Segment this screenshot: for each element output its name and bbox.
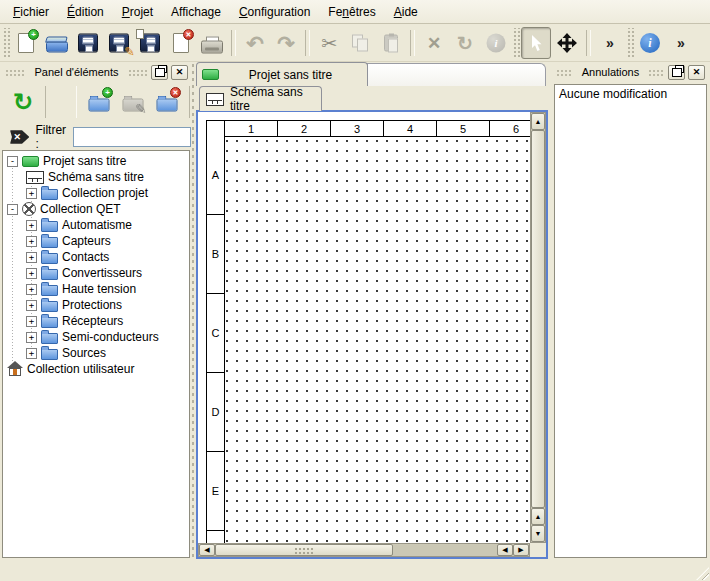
tree-item[interactable]: Récepteurs bbox=[3, 313, 189, 329]
menu-item[interactable]: Projet bbox=[113, 0, 162, 23]
scroll-left-button-right[interactable]: ◀ bbox=[497, 544, 513, 556]
expander-icon[interactable] bbox=[26, 220, 37, 231]
tree-item-label: Convertisseurs bbox=[62, 266, 142, 280]
menu-item-label-pre: Fe bbox=[328, 5, 342, 19]
menu-item[interactable]: Fenêtres bbox=[319, 0, 384, 23]
expander-icon[interactable] bbox=[26, 284, 37, 295]
dock-splitter[interactable] bbox=[191, 62, 195, 558]
expander-icon[interactable] bbox=[7, 204, 18, 215]
undo-list-item[interactable]: Aucune modification bbox=[555, 85, 706, 105]
toolbar-button[interactable] bbox=[231, 30, 236, 56]
tree-item[interactable]: Haute tension bbox=[3, 281, 189, 297]
vertical-scroll-thumb[interactable] bbox=[531, 130, 545, 508]
tree-item[interactable]: Projet sans titre bbox=[3, 153, 189, 169]
expander-icon[interactable] bbox=[26, 268, 37, 279]
scroll-left-button[interactable]: ◀ bbox=[199, 544, 215, 556]
toolbar-button[interactable] bbox=[626, 28, 634, 58]
toolbar-button[interactable] bbox=[410, 30, 415, 56]
float-dock-button[interactable] bbox=[151, 65, 168, 80]
toolbar-button[interactable] bbox=[166, 27, 196, 59]
tree-item[interactable]: Contacts bbox=[3, 249, 189, 265]
expander-icon[interactable] bbox=[26, 300, 37, 311]
panel-toolbar-button[interactable] bbox=[152, 86, 182, 118]
menu-item[interactable]: Édition bbox=[58, 0, 113, 23]
panel-toolbar-button[interactable] bbox=[84, 86, 114, 118]
expander-icon[interactable] bbox=[26, 316, 37, 327]
toolbar-button[interactable] bbox=[376, 27, 406, 59]
toolbar-button[interactable] bbox=[2, 28, 10, 58]
float-dock-button[interactable] bbox=[668, 65, 685, 80]
toolbar-button[interactable]: ↻ bbox=[450, 27, 480, 59]
tree-item[interactable]: Schéma sans titre bbox=[3, 169, 189, 185]
tree-item[interactable]: Semi-conducteurs bbox=[3, 329, 189, 345]
scroll-up-button-bottom[interactable]: ▲ bbox=[531, 508, 545, 525]
toolbar-button[interactable] bbox=[197, 27, 227, 59]
tree-item[interactable]: Collection QET bbox=[3, 201, 189, 217]
horizontal-scroll-thumb[interactable] bbox=[215, 544, 393, 556]
horizontal-scroll-track[interactable] bbox=[393, 544, 497, 556]
expander-icon[interactable] bbox=[26, 188, 37, 199]
toolbar-button[interactable] bbox=[305, 30, 310, 56]
toolbar-button[interactable] bbox=[135, 27, 165, 59]
expander-icon[interactable] bbox=[26, 332, 37, 343]
toolbar-button[interactable]: ↶ bbox=[240, 27, 270, 59]
tree-item[interactable]: Automatisme bbox=[3, 217, 189, 233]
panel-button-glyph: ↻ bbox=[13, 90, 33, 114]
toolbar-button[interactable]: ↷ bbox=[271, 27, 301, 59]
expander-icon[interactable] bbox=[26, 252, 37, 263]
toolbar-button[interactable] bbox=[521, 27, 551, 59]
elements-panel-titlebar[interactable]: Panel d'éléments ✕ bbox=[2, 62, 191, 82]
toolbar-button[interactable] bbox=[512, 28, 520, 58]
toolbar-button[interactable] bbox=[11, 27, 41, 59]
toolbar-button[interactable]: » bbox=[595, 27, 625, 59]
menu-item[interactable]: Aide bbox=[385, 0, 427, 23]
tree-item[interactable]: Collection projet bbox=[3, 185, 189, 201]
tree-item-label: Capteurs bbox=[62, 234, 111, 248]
menu-item-mnemonic: C bbox=[239, 5, 248, 19]
tab-project[interactable]: Projet sans titre bbox=[196, 62, 368, 86]
toolbar-button[interactable] bbox=[73, 27, 103, 59]
menu-item[interactable]: Configuration bbox=[230, 0, 319, 23]
panel-toolbar-button[interactable]: ✎ bbox=[118, 86, 148, 118]
horizontal-scrollbar: ◀ ◀ ▶ bbox=[198, 543, 530, 557]
tree-item[interactable]: Collection utilisateur bbox=[3, 361, 189, 377]
tree-item[interactable]: Sources bbox=[3, 345, 189, 361]
vertical-scrollbar: ▲ ▲ ▼ bbox=[530, 112, 546, 543]
toolbar-button[interactable] bbox=[42, 27, 72, 59]
float-icon bbox=[672, 68, 682, 77]
undo-panel-titlebar[interactable]: Annulations ✕ bbox=[553, 62, 708, 82]
menu-item-mnemonic: A bbox=[394, 5, 402, 19]
close-dock-button[interactable]: ✕ bbox=[688, 65, 705, 80]
tree-item[interactable]: Capteurs bbox=[3, 233, 189, 249]
expander-icon[interactable] bbox=[26, 348, 37, 359]
toolbar-button[interactable] bbox=[586, 30, 591, 56]
tree-item[interactable]: Protections bbox=[3, 297, 189, 313]
scroll-up-button[interactable]: ▲ bbox=[531, 113, 545, 130]
diagram-canvas[interactable]: 1 2 3 4 5 6 A bbox=[198, 112, 530, 543]
menu-item[interactable]: Fichier bbox=[4, 0, 58, 23]
scroll-right-button[interactable]: ▶ bbox=[513, 544, 529, 556]
schema-icon bbox=[206, 93, 224, 106]
expander-icon[interactable] bbox=[26, 236, 37, 247]
toolbar-button[interactable]: ✕ bbox=[419, 27, 449, 59]
filter-input[interactable] bbox=[73, 127, 191, 147]
toolbar-button[interactable]: » bbox=[666, 27, 696, 59]
resize-grip[interactable] bbox=[696, 567, 709, 580]
menu-item-mnemonic: F bbox=[13, 5, 20, 19]
toolbar-button[interactable]: i bbox=[481, 27, 511, 59]
close-dock-button[interactable]: ✕ bbox=[171, 65, 188, 80]
tree-item[interactable]: Convertisseurs bbox=[3, 265, 189, 281]
toolbar-button[interactable]: ✂ bbox=[314, 27, 344, 59]
panel-toolbar-button[interactable]: ↻ bbox=[8, 86, 38, 118]
toolbar-button[interactable] bbox=[552, 27, 582, 59]
toolbar-button[interactable]: i bbox=[635, 27, 665, 59]
toolbar-button[interactable] bbox=[345, 27, 375, 59]
menu-item[interactable]: Affichage bbox=[162, 0, 230, 23]
dock-grip-texture bbox=[648, 68, 665, 77]
tab-schema[interactable]: Schéma sans titre bbox=[199, 86, 322, 111]
toolbar-button[interactable]: ✎ bbox=[104, 27, 134, 59]
clear-filter-icon[interactable]: ✕ bbox=[10, 129, 29, 145]
scroll-down-button[interactable]: ▼ bbox=[531, 525, 545, 542]
expander-icon[interactable] bbox=[7, 156, 18, 167]
panel-toolbar-button[interactable] bbox=[45, 86, 77, 118]
